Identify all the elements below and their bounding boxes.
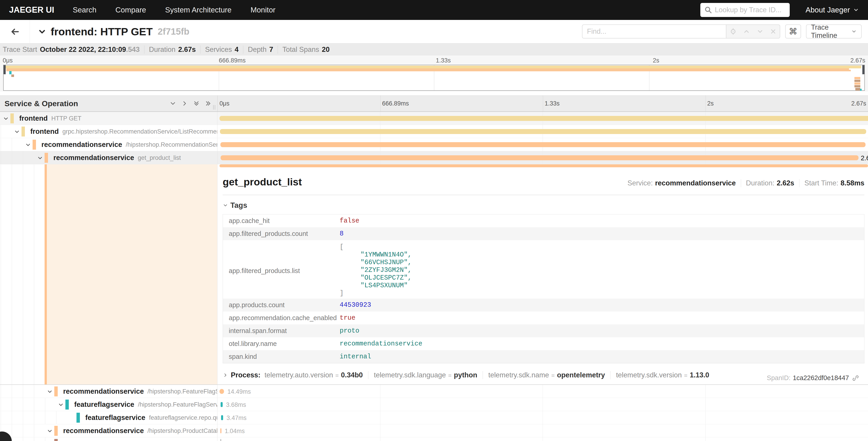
search-icon: [704, 6, 712, 14]
minimap-span: [855, 77, 860, 79]
services-value: 4: [235, 46, 239, 54]
span-row-get-product-list[interactable]: recommendationserviceget_product_list 2.…: [0, 151, 868, 164]
focus-match-icon[interactable]: [730, 28, 737, 35]
clear-find-icon[interactable]: [770, 28, 777, 35]
minimap-canvas[interactable]: [3, 65, 865, 91]
chevron-down-icon[interactable]: [46, 388, 53, 395]
span-timeline-cell[interactable]: [217, 112, 868, 125]
span-row-productcatalog-parent[interactable]: recommendationservice/hipstershop.Produc…: [0, 424, 868, 437]
span-name-cell[interactable]: recommendationservice/hipstershop.Featur…: [0, 385, 217, 398]
minimap-tick-0: 0μs: [3, 57, 13, 64]
timeline-header: Service & Operation 0μs 666.89ms 1.33s 2…: [0, 95, 868, 112]
keyboard-shortcuts-button[interactable]: ⌘: [785, 25, 801, 38]
span-timeline-cell[interactable]: 2.62s: [217, 151, 868, 164]
span-row-featureflag-parent[interactable]: recommendationservice/hipstershop.Featur…: [0, 385, 868, 398]
tag-row: app.filtered_products.count 8: [223, 227, 864, 240]
span-timeline-cell[interactable]: 1.04ms: [217, 424, 868, 437]
tag-row: app.cache_hit false: [223, 214, 864, 227]
trace-view-selector[interactable]: Trace Timeline: [806, 25, 862, 38]
span-name-cell[interactable]: recommendationserviceget_product_list: [0, 151, 217, 164]
span-detail-tree-offset: [0, 164, 217, 384]
span-bar[interactable]: [221, 415, 223, 420]
span-bar[interactable]: [221, 155, 859, 160]
span-name-cell[interactable]: recommendationservice/hipstershop.Produc…: [0, 424, 217, 437]
span-name-cell[interactable]: featureflagservicefeatureflagservice.rep…: [0, 411, 217, 424]
link-icon[interactable]: [852, 375, 859, 381]
minimap-ruler: 0μs 666.89ms 1.33s 2s 2.67s: [0, 56, 868, 65]
expand-one-icon[interactable]: [181, 100, 188, 107]
chevron-down-icon[interactable]: [3, 115, 9, 122]
chevron-down-icon[interactable]: [25, 142, 31, 148]
span-timeline-cell[interactable]: [217, 138, 868, 151]
list-open-bracket: [: [340, 243, 412, 251]
chevron-down-icon[interactable]: [46, 428, 53, 434]
collapse-one-icon[interactable]: [169, 100, 177, 107]
minimap-span-frontend: [4, 66, 861, 68]
span-bar[interactable]: [219, 116, 868, 121]
span-timeline-cell[interactable]: [217, 437, 868, 441]
lookup-placeholder: Lookup by Trace ID...: [715, 6, 781, 14]
nav-compare[interactable]: Compare: [115, 6, 146, 14]
about-jaeger-menu[interactable]: About Jaeger: [806, 0, 859, 20]
chevron-down-icon: [223, 203, 228, 208]
trace-id-lookup-input[interactable]: Lookup by Trace ID...: [700, 3, 790, 17]
span-name-cell[interactable]: frontendHTTP GET: [0, 112, 217, 125]
span-detail-panel: get_product_list Service:recommendations…: [217, 164, 868, 384]
prev-match-icon[interactable]: [743, 28, 750, 35]
duration-value: 2.67s: [178, 46, 196, 54]
span-timeline-cell[interactable]: [217, 125, 868, 138]
divider: [223, 195, 864, 195]
nav-monitor[interactable]: Monitor: [250, 6, 275, 14]
span-row-featureflag-grpc[interactable]: featureflagservice/hipstershop.FeatureFl…: [0, 398, 868, 411]
span-timeline-cell[interactable]: 3.68ms: [217, 398, 868, 411]
collapse-trace-chevron-icon[interactable]: [37, 27, 46, 36]
depth-value: 7: [269, 46, 273, 54]
find-input[interactable]: [582, 25, 726, 38]
span-name-cell[interactable]: featureflagservice/hipstershop.FeatureFl…: [0, 398, 217, 411]
span-row-frontend-grpc[interactable]: frontendgrpc.hipstershop.RecommendationS…: [0, 125, 868, 138]
expand-all-icon[interactable]: [205, 100, 212, 107]
command-icon: ⌘: [789, 27, 797, 36]
viewport-right-handle[interactable]: [862, 65, 864, 74]
trace-start-ms: .543: [126, 46, 140, 54]
chevron-right-icon: [223, 373, 228, 378]
jaeger-logo[interactable]: JAEGER UI: [9, 5, 54, 15]
back-arrow-icon: [10, 27, 20, 37]
span-row-recommendation-list[interactable]: recommendationservice/hipstershop.Recomm…: [0, 138, 868, 151]
span-name-cell[interactable]: frontendgrpc.hipstershop.RecommendationS…: [0, 125, 217, 138]
span-bar[interactable]: [220, 142, 866, 147]
minimap-span-featureflag: [9, 71, 11, 74]
span-bar[interactable]: [220, 428, 221, 433]
span-name-cell[interactable]: [0, 437, 217, 441]
span-timeline-cell[interactable]: 14.49ms: [217, 385, 868, 398]
collapse-all-icon[interactable]: [193, 100, 200, 107]
span-duration-label: 2.62s: [861, 154, 868, 162]
column-resizer[interactable]: [213, 105, 216, 110]
trace-toolbar: frontend: HTTP GET 2f715fb ⌘ Trace Timel…: [0, 20, 868, 43]
span-bar[interactable]: [221, 402, 223, 407]
minimap-span: [855, 85, 860, 87]
nav-search[interactable]: Search: [73, 6, 96, 14]
tags-section-toggle[interactable]: Tags: [223, 201, 864, 210]
chevron-down-icon[interactable]: [58, 402, 64, 408]
back-button[interactable]: [0, 20, 30, 43]
trace-id-short: 2f715fb: [158, 27, 189, 37]
chevron-down-icon[interactable]: [14, 128, 20, 135]
minimap-tick-2: 1.33s: [436, 57, 451, 64]
span-detail-duration-bar: [219, 164, 868, 167]
span-row-frontend-http-get[interactable]: frontendHTTP GET: [0, 112, 868, 125]
span-bar[interactable]: [220, 439, 221, 441]
minimap-span: [855, 82, 860, 85]
span-row-partial[interactable]: [0, 437, 868, 441]
span-name-cell[interactable]: recommendationservice/hipstershop.Recomm…: [0, 138, 217, 151]
span-detail-accent: [44, 164, 47, 384]
span-row-featureflag-repo-query[interactable]: featureflagservicefeatureflagservice.rep…: [0, 411, 868, 424]
span-duration-label: 3.47ms: [226, 414, 247, 421]
viewport-left-handle[interactable]: [4, 65, 6, 74]
span-timeline-cell[interactable]: 3.47ms: [217, 411, 868, 424]
next-match-icon[interactable]: [756, 28, 764, 35]
nav-system-architecture[interactable]: System Architecture: [165, 6, 231, 14]
span-bar[interactable]: [220, 129, 866, 134]
span-bar[interactable]: [219, 389, 224, 394]
chevron-down-icon[interactable]: [37, 155, 43, 161]
